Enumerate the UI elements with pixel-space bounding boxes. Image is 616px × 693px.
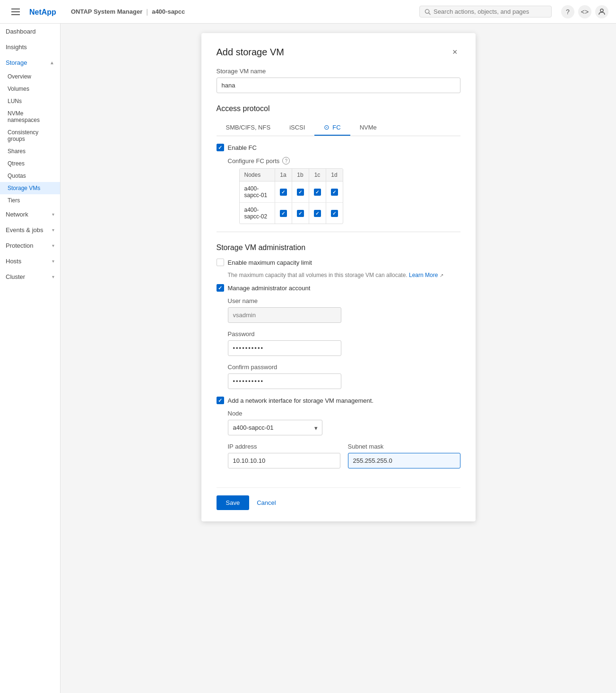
help-button[interactable]: ? — [561, 5, 574, 18]
protection-chevron-icon: ▾ — [52, 243, 54, 248]
user-button[interactable] — [595, 5, 608, 18]
enable-fc-checkbox[interactable] — [217, 144, 224, 151]
dashboard-label: Dashboard — [6, 28, 36, 35]
add-storage-vm-dialog: Add storage VM × Storage VM name Access … — [201, 33, 476, 521]
tab-iscsi[interactable]: iSCSI — [280, 120, 314, 136]
sidebar: Dashboard Insights Storage ▲ OverviewVol… — [0, 24, 61, 693]
navbar-search-container — [419, 6, 552, 17]
sidebar-sub-volumes[interactable]: Volumes — [0, 83, 60, 95]
sidebar-sub-storage-vms[interactable]: Storage VMs — [0, 182, 60, 194]
tab-nvme[interactable]: NVMe — [350, 120, 386, 136]
sidebar-sub-consistency-groups[interactable]: Consistency groups — [0, 126, 60, 145]
fc-cell-1a[interactable] — [275, 203, 292, 224]
dialog-buttons: Save Cancel — [217, 487, 460, 510]
svg-point-3 — [600, 9, 603, 12]
admin-section-title: Storage VM administration — [217, 243, 460, 252]
password-label: Password — [228, 330, 341, 338]
navbar-app-name: ONTAP System Manager — [71, 8, 142, 15]
fc-cell-1c[interactable] — [309, 182, 326, 203]
confirm-password-input[interactable] — [228, 373, 341, 389]
external-link-icon: ↗ — [440, 273, 443, 278]
main-content: Add storage VM × Storage VM name Access … — [61, 24, 616, 693]
tab-fc-label: FC — [332, 124, 340, 131]
node-select[interactable]: a400-sapcc-01 a400-sapcc-02 — [228, 420, 322, 435]
dialog-close-button[interactable]: × — [450, 46, 460, 58]
max-capacity-help-text: The maximum capacity that all volumes in… — [228, 272, 460, 278]
fc-ports-label-row: Configure FC ports ? — [228, 157, 460, 165]
fc-ports-table: Nodes 1a 1b 1c 1d a400-sapcc-01a400-sapc… — [239, 168, 343, 224]
protocol-tabs: SMB/CIFS, NFS iSCSI ⊙ FC NVMe — [217, 120, 460, 136]
fc-cell-1b[interactable] — [292, 182, 309, 203]
network-label: Network — [6, 211, 28, 218]
cluster-chevron-icon: ▾ — [52, 274, 54, 279]
sidebar-item-events-jobs[interactable]: Events & jobs ▾ — [0, 222, 60, 238]
fc-ports-label-text: Configure FC ports — [228, 157, 280, 165]
sidebar-item-insights[interactable]: Insights — [0, 39, 60, 55]
menu-button[interactable] — [8, 7, 24, 17]
sidebar-item-hosts[interactable]: Hosts ▾ — [0, 253, 60, 269]
fc-col-1c: 1c — [309, 169, 326, 182]
search-input[interactable] — [434, 8, 547, 15]
sidebar-item-storage[interactable]: Storage ▲ — [0, 55, 60, 70]
svg-text:NetApp: NetApp — [29, 8, 56, 16]
enable-max-capacity-checkbox[interactable] — [217, 259, 224, 266]
sidebar-sub-nvme-namespaces[interactable]: NVMe namespaces — [0, 107, 60, 126]
vm-name-input[interactable] — [217, 78, 460, 93]
fc-cell-1b[interactable] — [292, 203, 309, 224]
enable-fc-row: Enable FC — [217, 144, 460, 151]
table-row: a400-sapcc-01 — [240, 182, 343, 203]
node-select-wrapper: a400-sapcc-01 a400-sapcc-02 — [228, 420, 322, 435]
username-input[interactable] — [228, 307, 341, 323]
fc-cell-1c[interactable] — [309, 203, 326, 224]
fc-ports-help-icon[interactable]: ? — [282, 157, 290, 165]
enable-fc-label: Enable FC — [228, 144, 257, 151]
tab-smb-cifs-nfs[interactable]: SMB/CIFS, NFS — [217, 120, 280, 136]
password-group: Password — [228, 330, 341, 356]
hosts-chevron-icon: ▾ — [52, 259, 54, 264]
search-icon — [425, 9, 431, 15]
code-button[interactable]: <> — [578, 5, 591, 18]
sidebar-sub-overview[interactable]: Overview — [0, 70, 60, 83]
sidebar-sub-qtrees[interactable]: Qtrees — [0, 157, 60, 170]
fc-row-node: a400-sapcc-01 — [240, 182, 275, 203]
vm-name-group: Storage VM name — [217, 68, 460, 93]
sidebar-sub-luns[interactable]: LUNs — [0, 95, 60, 107]
subnet-mask-input[interactable] — [348, 453, 460, 468]
tab-fc[interactable]: ⊙ FC — [314, 120, 350, 136]
sidebar-item-protection[interactable]: Protection ▾ — [0, 238, 60, 253]
fc-cell-1d[interactable] — [326, 203, 343, 224]
sidebar-item-network[interactable]: Network ▾ — [0, 207, 60, 222]
manage-admin-checkbox[interactable] — [217, 284, 224, 292]
sidebar-item-dashboard[interactable]: Dashboard — [0, 24, 60, 39]
main-container: Dashboard Insights Storage ▲ OverviewVol… — [0, 24, 616, 693]
subnet-mask-label: Subnet mask — [348, 443, 460, 450]
fc-col-1d: 1d — [326, 169, 343, 182]
netapp-logo-icon: NetApp — [29, 6, 67, 17]
sidebar-sub-quotas[interactable]: Quotas — [0, 170, 60, 182]
learn-more-link[interactable]: Learn More — [409, 272, 438, 278]
navbar: NetApp ONTAP System Manager | a400-sapcc… — [0, 0, 616, 24]
fc-cell-1d[interactable] — [326, 182, 343, 203]
password-input[interactable] — [228, 340, 341, 356]
sidebar-item-cluster[interactable]: Cluster ▾ — [0, 269, 60, 285]
fc-cell-1a[interactable] — [275, 182, 292, 203]
hosts-label: Hosts — [6, 258, 21, 265]
add-network-interface-checkbox[interactable] — [217, 397, 224, 404]
ip-address-group: IP address — [228, 443, 340, 468]
sidebar-sub-tiers[interactable]: Tiers — [0, 194, 60, 207]
navbar-brand: NetApp ONTAP System Manager | a400-sapcc — [29, 6, 185, 17]
cancel-button[interactable]: Cancel — [255, 495, 278, 510]
protection-label: Protection — [6, 242, 34, 249]
access-protocol-section: Access protocol SMB/CIFS, NFS iSCSI ⊙ FC… — [217, 104, 460, 224]
sidebar-sub-shares[interactable]: Shares — [0, 145, 60, 157]
confirm-password-label: Confirm password — [228, 364, 341, 371]
events-jobs-label: Events & jobs — [6, 226, 43, 234]
storage-children: OverviewVolumesLUNsNVMe namespacesConsis… — [0, 70, 60, 207]
access-protocol-title: Access protocol — [217, 104, 460, 113]
enable-max-capacity-label: Enable maximum capacity limit — [228, 259, 312, 266]
save-button[interactable]: Save — [217, 495, 250, 510]
ip-address-input[interactable] — [228, 453, 340, 468]
navbar-instance: a400-sapcc — [152, 8, 185, 15]
cluster-label: Cluster — [6, 273, 25, 280]
subnet-mask-group: Subnet mask — [348, 443, 460, 468]
